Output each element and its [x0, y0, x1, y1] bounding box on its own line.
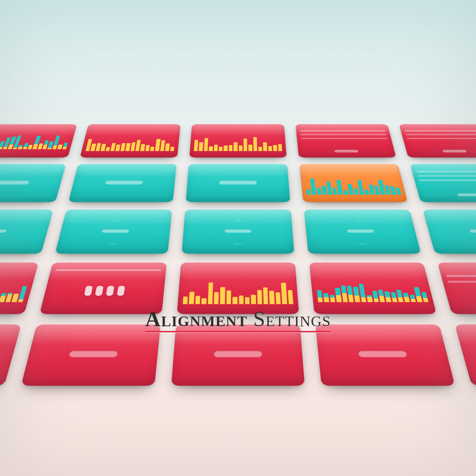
- card-tile[interactable]: [0, 164, 66, 202]
- card-grid: ···································: [0, 124, 476, 386]
- title-rest: Settings: [247, 307, 331, 331]
- card-tile[interactable]: [80, 124, 180, 158]
- card-tile[interactable]: [177, 262, 299, 314]
- card-tile[interactable]: [189, 124, 286, 158]
- card-grid-stage: ···································: [0, 124, 476, 437]
- card-tile[interactable]: [171, 324, 304, 385]
- card-tile[interactable]: ·······: [182, 210, 294, 254]
- title-strong: Alignment: [145, 307, 247, 331]
- card-tile[interactable]: [437, 262, 476, 314]
- card-tile[interactable]: [0, 262, 39, 314]
- card-tile[interactable]: [299, 164, 408, 202]
- card-tile[interactable]: ·······: [304, 210, 421, 254]
- card-tile[interactable]: [40, 262, 167, 314]
- card-tile[interactable]: [399, 124, 476, 158]
- title-overlay: Alignment Settings: [0, 307, 476, 331]
- card-tile[interactable]: [186, 164, 291, 202]
- card-tile[interactable]: ·······: [0, 210, 53, 254]
- card-tile[interactable]: [0, 324, 21, 385]
- card-tile[interactable]: [296, 124, 396, 158]
- card-tile[interactable]: [455, 324, 476, 385]
- card-tile[interactable]: ·······: [55, 210, 172, 254]
- card-tile[interactable]: [410, 164, 476, 202]
- card-tile[interactable]: ·······: [423, 210, 476, 254]
- card-tile[interactable]: [309, 262, 436, 314]
- card-tile[interactable]: [21, 324, 160, 385]
- page-title: Alignment Settings: [145, 307, 331, 331]
- card-tile[interactable]: [0, 124, 77, 158]
- card-tile[interactable]: [68, 164, 177, 202]
- card-tile[interactable]: [315, 324, 455, 385]
